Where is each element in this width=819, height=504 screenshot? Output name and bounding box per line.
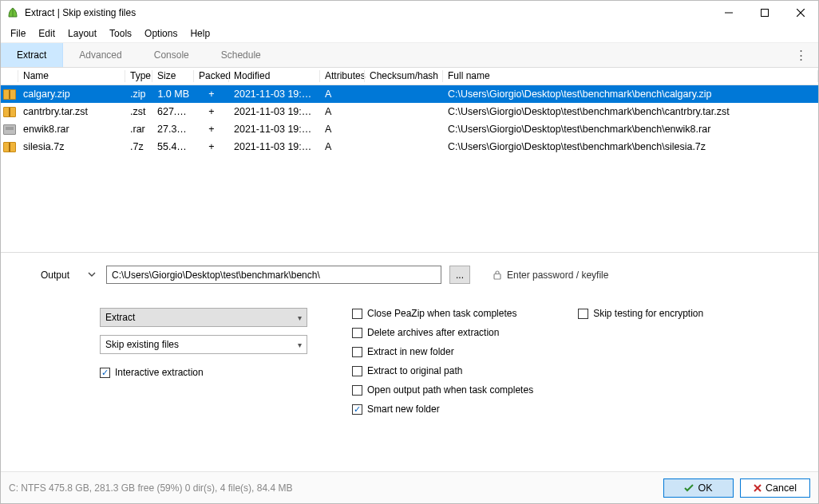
overwrite-policy-value: Skip existing files [105,339,179,350]
cell-attributes: A [320,124,365,135]
option-check[interactable]: Delete archives after extraction [352,327,533,338]
cell-name: enwik8.rar [18,124,125,135]
title-bar: Extract | Skip existing files [1,1,818,25]
output-label: Output [41,270,77,281]
tab-schedule[interactable]: Schedule [205,43,277,67]
cell-modified: 2021-11-03 19:03:02 [229,106,320,117]
col-name[interactable]: Name [18,68,125,85]
option-label: Open output path when task completes [367,384,533,396]
tab-advanced[interactable]: Advanced [63,43,137,67]
svg-rect-4 [494,274,500,280]
cell-fullname: C:\Users\Giorgio\Desktop\test\benchmark\… [443,89,818,100]
option-label: Close PeaZip when task completes [367,308,516,319]
checkbox-icon [352,385,362,396]
col-checksum[interactable]: Checksum/hash [365,68,443,85]
option-check[interactable]: ✓Smart new folder [352,404,533,415]
option-label: Extract in new folder [367,346,454,357]
col-packed[interactable]: Packed [194,68,229,85]
check-icon [684,484,694,492]
cell-size: 27.3 MB [152,124,194,135]
tab-overflow-button[interactable]: ⋮ [790,43,812,67]
tab-extract[interactable]: Extract [1,43,63,67]
table-row[interactable]: calgary.zip.zip1.0 MB+2021-11-03 19:02:5… [1,85,818,103]
file-list: Name Type Size Packed Modified Attribute… [1,68,818,253]
cell-name: cantrbry.tar.zst [18,106,125,117]
cell-modified: 2021-11-03 19:03:18 [229,141,320,152]
tab-console[interactable]: Console [138,43,205,67]
checkbox-icon: ✓ [100,368,110,378]
enter-password-link[interactable]: Enter password / keyfile [493,270,608,281]
cancel-button[interactable]: Cancel [740,478,810,498]
archive-icon [3,89,16,100]
option-check[interactable]: Skip testing for encryption [578,308,703,319]
output-history-button[interactable] [85,270,98,279]
cell-attributes: A [320,106,365,117]
close-button[interactable] [782,1,818,25]
table-header: Name Type Size Packed Modified Attribute… [1,68,818,85]
option-label: Delete archives after extraction [367,327,499,338]
col-attributes[interactable]: Attributes [320,68,365,85]
cell-modified: 2021-11-03 19:02:54 [229,89,320,100]
cell-fullname: C:\Users\Giorgio\Desktop\test\benchmark\… [443,106,818,117]
tab-bar: Extract Advanced Console Schedule ⋮ [1,42,818,68]
output-path-input[interactable] [106,266,441,284]
menu-file[interactable]: File [4,26,32,41]
checkbox-icon [352,309,362,319]
cell-packed: + [194,124,229,135]
minimize-button[interactable] [710,1,746,25]
col-size[interactable]: Size [152,68,194,85]
cell-name: silesia.7z [18,141,125,152]
cell-packed: + [194,141,229,152]
cell-packed: + [194,89,229,100]
menu-layout[interactable]: Layout [61,26,103,41]
option-check[interactable]: Close PeaZip when task completes [352,308,533,319]
cell-name: calgary.zip [18,89,125,100]
archive-icon [3,107,16,117]
cell-type: .rar [125,124,152,135]
col-modified[interactable]: Modified [229,68,320,85]
table-row[interactable]: enwik8.rar.rar27.3 MB+2021-11-03 19:03:3… [1,120,818,138]
option-check[interactable]: Extract to original path [352,365,533,376]
cross-icon [754,484,762,492]
option-check[interactable]: Open output path when task completes [352,384,533,396]
menu-help[interactable]: Help [184,26,216,41]
checkbox-icon [352,347,362,357]
cell-type: .zst [125,106,152,117]
status-bar: C: NTFS 475.8 GB, 281.3 GB free (59%) 0 … [1,471,818,503]
col-type[interactable]: Type [125,68,152,85]
overwrite-policy-select[interactable]: Skip existing files ▾ [100,335,307,354]
cell-type: .zip [125,89,152,100]
svg-rect-1 [761,10,768,17]
archive-icon [3,142,16,152]
ok-button[interactable]: OK [663,478,734,498]
menu-edit[interactable]: Edit [32,26,61,41]
lock-icon [493,270,502,280]
checkbox-icon [578,309,588,319]
extract-mode-select[interactable]: Extract ▾ [100,308,307,327]
status-text: C: NTFS 475.8 GB, 281.3 GB free (59%) 0 … [9,482,292,494]
cell-size: 627.5 KB [152,106,194,117]
extract-mode-value: Extract [105,312,135,323]
interactive-extraction-check[interactable]: ✓ Interactive extraction [100,367,307,378]
cell-size: 55.4 MB [152,141,194,152]
maximize-button[interactable] [746,1,782,25]
cell-fullname: C:\Users\Giorgio\Desktop\test\benchmark\… [443,141,818,152]
col-icon[interactable] [1,68,18,85]
cell-modified: 2021-11-03 19:03:34 [229,124,320,135]
interactive-extraction-label: Interactive extraction [115,367,204,378]
table-row[interactable]: cantrbry.tar.zst.zst627.5 KB+2021-11-03 … [1,103,818,120]
option-label: Extract to original path [367,365,462,376]
col-fullname[interactable]: Full name [443,68,818,85]
checkbox-icon: ✓ [352,404,362,415]
cell-type: .7z [125,141,152,152]
menu-options[interactable]: Options [138,26,184,41]
enter-password-label: Enter password / keyfile [507,270,608,281]
menu-bar: File Edit Layout Tools Options Help [1,25,818,42]
browse-output-button[interactable]: ... [449,266,470,284]
option-check[interactable]: Extract in new folder [352,346,533,357]
menu-tools[interactable]: Tools [103,26,138,41]
option-label: Smart new folder [367,404,440,415]
table-row[interactable]: silesia.7z.7z55.4 MB+2021-11-03 19:03:18… [1,138,818,156]
cell-size: 1.0 MB [152,89,194,100]
cell-attributes: A [320,141,365,152]
